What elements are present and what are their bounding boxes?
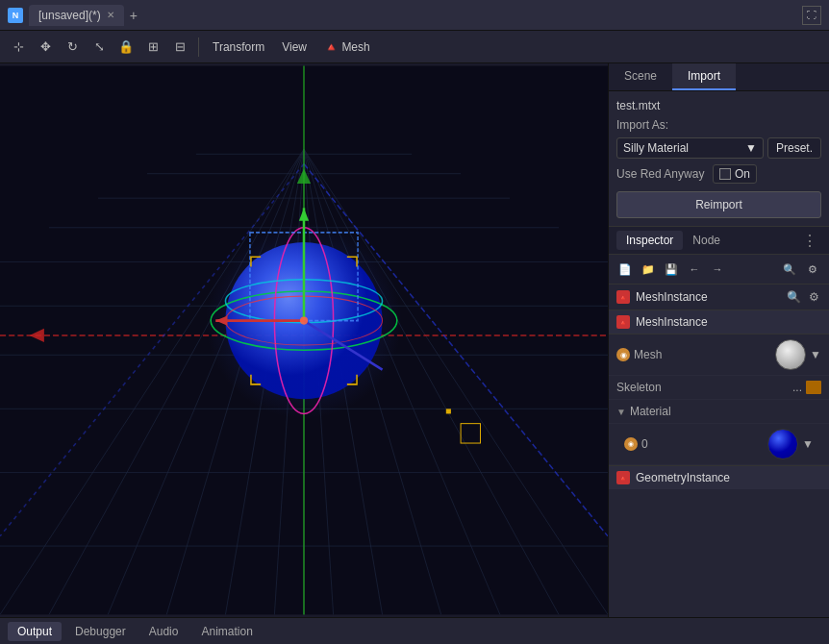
skeleton-folder-button[interactable] [806, 381, 821, 394]
title-tab[interactable]: [unsaved](*) ✕ [29, 5, 124, 26]
inspector-tab[interactable]: Inspector [616, 231, 683, 250]
mesh-label-icon: ◉ [616, 348, 630, 361]
close-tab-button[interactable]: ✕ [107, 10, 114, 20]
import-select-chevron-icon: ▼ [745, 141, 757, 155]
on-label: On [735, 167, 750, 181]
geometry-instance-section-header[interactable]: 🔺 GeometryInstance [609, 465, 829, 489]
insp-search-button[interactable]: 🔍 [779, 259, 800, 280]
inspector-tabs: Inspector Node ⋮ [609, 227, 829, 255]
material-arrow-icon: ▼ [616, 407, 626, 417]
insp-filter-button[interactable]: ⚙ [802, 259, 823, 280]
viewport-grid [0, 63, 608, 617]
mesh-property-row: ◉ Mesh ▼ [609, 334, 829, 376]
skeleton-property-row: Skeleton ... [609, 376, 829, 400]
insp-forward-button[interactable]: → [707, 259, 728, 280]
skeleton-dots-label: ... [792, 381, 802, 394]
skeleton-property-label: Skeleton [616, 381, 684, 394]
rotate-tool-button[interactable]: ↻ [60, 35, 85, 60]
geometry-instance-icon: 🔺 [616, 471, 630, 484]
app-icon: N [8, 8, 23, 23]
use-red-label: Use Red Anyway [616, 167, 713, 181]
reimport-button[interactable]: Reimport [616, 191, 821, 218]
scene-tab[interactable]: Scene [609, 63, 672, 90]
expand-button[interactable]: ⛶ [802, 6, 821, 25]
skeleton-property-value: ... [684, 381, 821, 394]
import-preset-button[interactable]: Preset. [767, 137, 821, 159]
import-type-row: Silly Material ▼ Preset. [616, 137, 821, 159]
audio-tab[interactable]: Audio [139, 622, 188, 641]
node-name-label: MeshInstance [636, 290, 785, 304]
tab-title: [unsaved](*) [38, 9, 101, 22]
mesh-instance-label: MeshInstance [636, 315, 708, 329]
material-index-icon: ◉ [624, 437, 638, 451]
material-ball-preview [767, 429, 798, 459]
material-chevron-icon[interactable]: ▼ [802, 437, 814, 451]
mesh-dropdown-icon[interactable]: ▼ [810, 348, 821, 361]
use-red-row: Use Red Anyway On [616, 164, 821, 184]
mesh-menu-button[interactable]: 🔺 Mesh [316, 37, 378, 57]
bottom-tabs: Output Debugger Audio Animation [0, 617, 829, 644]
output-tab[interactable]: Output [8, 622, 62, 641]
node-type-icon: 🔺 [616, 290, 630, 304]
import-type-select[interactable]: Silly Material ▼ [616, 137, 764, 159]
material-label: Material [630, 405, 671, 418]
mesh-instance-icon: 🔺 [616, 315, 630, 329]
node-tab[interactable]: Node [683, 231, 730, 250]
mesh-menu-icon: 🔺 [324, 40, 339, 54]
mesh-property-value: ▼ [684, 339, 821, 370]
main-area: Scene Import test.mtxt Import As: Silly … [0, 63, 829, 617]
snap-tool-button[interactable]: ⊞ [140, 35, 165, 60]
svg-point-44 [300, 317, 308, 325]
lock-tool-button[interactable]: 🔒 [113, 35, 138, 60]
material-item-0: ◉ 0 ▼ [609, 423, 829, 464]
import-as-label: Import As: [616, 118, 684, 132]
inspector-toolbar: 📄 📁 💾 ← → 🔍 ⚙ [609, 255, 829, 285]
geometry-instance-label: GeometryInstance [636, 471, 730, 484]
main-toolbar: ⊹ ✥ ↻ ⤡ 🔒 ⊞ ⊟ Transform View 🔺 Mesh [0, 31, 829, 63]
material-section: ▼ Material ◉ 0 ▼ [609, 400, 829, 465]
properties-area: 🔺 MeshInstance ◉ Mesh ▼ Skeleton ... [609, 310, 829, 617]
animation-tab[interactable]: Animation [191, 622, 262, 641]
viewport[interactable] [0, 63, 608, 617]
inspector-more-button[interactable]: ⋮ [798, 232, 821, 250]
grid-tool-button[interactable]: ⊟ [167, 35, 192, 60]
svg-rect-43 [446, 409, 451, 413]
material-index-label: ◉ 0 [624, 437, 653, 451]
checkbox-icon [719, 168, 731, 180]
insp-open-button[interactable]: 📁 [638, 259, 659, 280]
node-filter-icon[interactable]: ⚙ [807, 288, 821, 306]
right-panel: Scene Import test.mtxt Import As: Silly … [608, 63, 829, 617]
toolbar-separator [198, 37, 199, 57]
select-tool-button[interactable]: ⊹ [6, 35, 31, 60]
import-as-row: Import As: [616, 118, 821, 132]
material-section-header[interactable]: ▼ Material [609, 400, 829, 423]
title-bar: N [unsaved](*) ✕ + ⛶ [0, 0, 829, 31]
import-tab[interactable]: Import [672, 63, 736, 90]
node-search-icon[interactable]: 🔍 [785, 288, 803, 306]
transform-menu-button[interactable]: Transform [205, 37, 272, 57]
move-tool-button[interactable]: ✥ [33, 35, 58, 60]
mesh-sphere-preview [775, 339, 806, 370]
debugger-tab[interactable]: Debugger [65, 622, 136, 641]
insp-save-button[interactable]: 💾 [661, 259, 682, 280]
panel-tabs: Scene Import [609, 63, 829, 91]
mesh-instance-section-header[interactable]: 🔺 MeshInstance [609, 310, 829, 334]
import-section: test.mtxt Import As: Silly Material ▼ Pr… [609, 91, 829, 227]
node-header: 🔺 MeshInstance 🔍 ⚙ [609, 285, 829, 310]
mesh-property-label: ◉ Mesh [616, 348, 684, 361]
view-menu-button[interactable]: View [274, 37, 314, 57]
use-red-toggle[interactable]: On [713, 164, 757, 184]
add-tab-button[interactable]: + [130, 8, 138, 23]
insp-new-button[interactable]: 📄 [615, 259, 636, 280]
import-filename: test.mtxt [616, 99, 821, 112]
viewport-canvas [0, 63, 608, 617]
insp-back-button[interactable]: ← [684, 259, 705, 280]
scale-tool-button[interactable]: ⤡ [87, 35, 112, 60]
